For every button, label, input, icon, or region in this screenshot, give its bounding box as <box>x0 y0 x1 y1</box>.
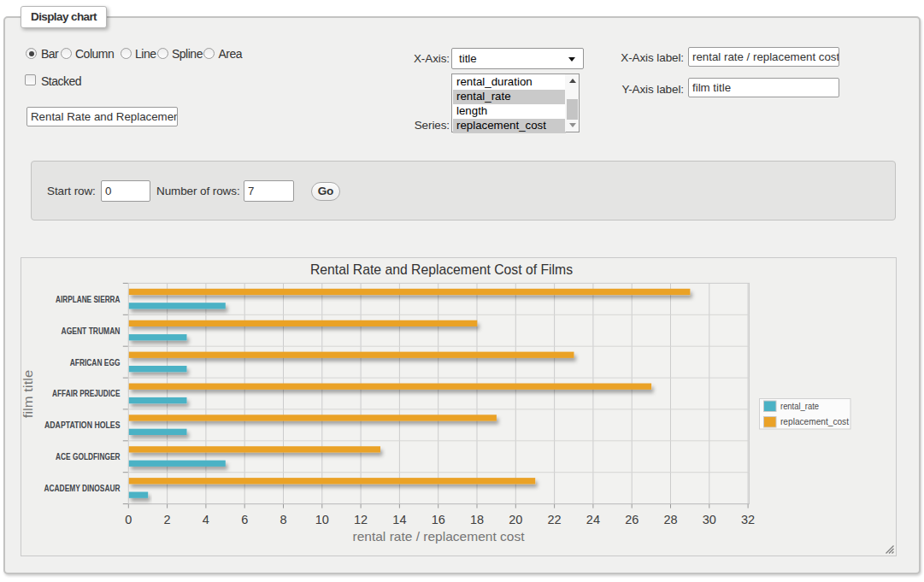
svg-text:0: 0 <box>125 513 132 526</box>
svg-text:24: 24 <box>586 513 600 526</box>
svg-text:12: 12 <box>354 513 368 526</box>
svg-text:20: 20 <box>509 513 522 526</box>
svg-text:rental rate / replacement cost: rental rate / replacement cost <box>353 529 526 544</box>
svg-text:16: 16 <box>432 513 445 526</box>
svg-text:AIRPLANE SIERRA: AIRPLANE SIERRA <box>56 294 121 304</box>
svg-text:10: 10 <box>315 513 329 526</box>
svg-text:film title: film title <box>21 370 35 419</box>
svg-text:22: 22 <box>548 513 562 526</box>
svg-text:ACADEMY DINOSAUR: ACADEMY DINOSAUR <box>44 483 121 493</box>
svg-text:18: 18 <box>470 513 484 526</box>
svg-text:replacement_cost: replacement_cost <box>780 416 850 426</box>
svg-text:AFFAIR PREJUDICE: AFFAIR PREJUDICE <box>52 388 120 398</box>
svg-text:AFRICAN EGG: AFRICAN EGG <box>70 357 121 367</box>
svg-text:32: 32 <box>741 513 755 526</box>
svg-text:8: 8 <box>280 513 286 526</box>
svg-text:2: 2 <box>164 513 171 526</box>
svg-text:4: 4 <box>203 513 209 526</box>
svg-text:26: 26 <box>625 513 639 526</box>
svg-text:30: 30 <box>703 513 716 526</box>
svg-text:AGENT TRUMAN: AGENT TRUMAN <box>62 326 121 336</box>
svg-text:14: 14 <box>392 513 406 526</box>
svg-text:28: 28 <box>663 513 677 526</box>
svg-text:6: 6 <box>241 513 248 526</box>
svg-text:rental_rate: rental_rate <box>780 401 819 411</box>
svg-text:ACE GOLDFINGER: ACE GOLDFINGER <box>56 451 121 461</box>
svg-text:Rental Rate and Replacement Co: Rental Rate and Replacement Cost of Film… <box>310 262 573 278</box>
svg-text:ADAPTATION HOLES: ADAPTATION HOLES <box>44 420 121 430</box>
